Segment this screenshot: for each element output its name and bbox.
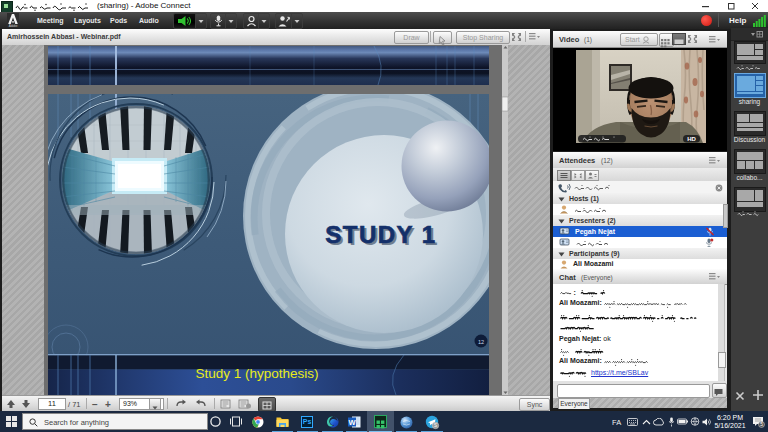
svg-text:W: W [348,418,356,427]
svg-text:5: 5 [760,422,763,427]
svg-text:HD: HD [687,136,696,142]
svg-text:STUDY 1: STUDY 1 [325,221,436,248]
svg-text:Study 1 (hypothesis): Study 1 (hypothesis) [195,366,318,381]
svg-text:S: S [434,423,437,428]
svg-text:12: 12 [478,339,484,345]
svg-text::: : [574,289,576,296]
svg-text:Adobe: Adobe [9,24,18,27]
